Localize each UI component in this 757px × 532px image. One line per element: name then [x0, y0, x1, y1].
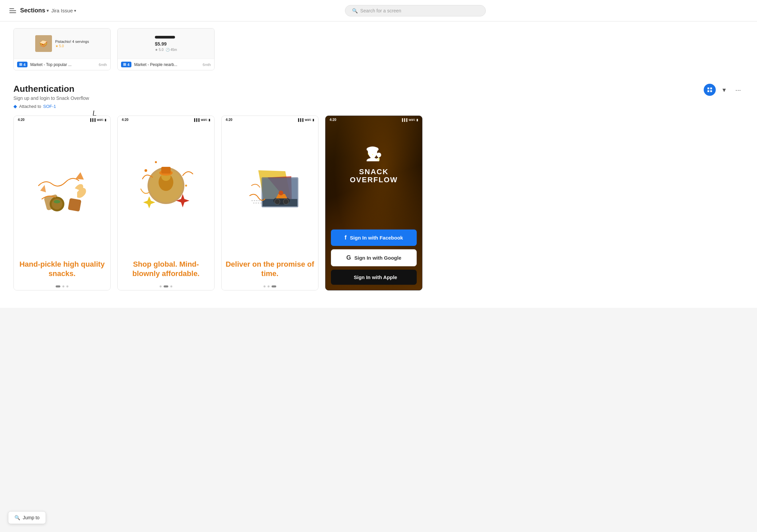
onboarding-screen-1[interactable]: 4:20 ▐▐▐ WiFi ▮	[13, 116, 111, 290]
sections-label: Sections	[20, 7, 45, 14]
time-2: 4:20	[122, 118, 128, 122]
onboarding-text-3: Deliver on the promise of time.	[222, 254, 318, 285]
jira-link[interactable]: SOF-1	[43, 104, 56, 109]
status-icons-1: ▐▐▐ WiFi ▮	[89, 118, 106, 122]
signin-apple-button[interactable]: Sign In with Apple	[331, 270, 417, 285]
signin-google-button[interactable]: G Sign In with Google	[331, 249, 417, 266]
svg-rect-6	[68, 198, 81, 212]
card-title-2: Market - People nearb...	[134, 62, 200, 67]
jira-label: Jira Issue	[51, 8, 73, 13]
illustration-2	[118, 124, 214, 254]
section-info: Authentication Sign up and login to Snac…	[13, 84, 89, 109]
status-icons-4: ▐▐▐ WiFi ▮	[401, 118, 418, 122]
svg-point-27	[275, 199, 280, 204]
dot-6	[170, 285, 172, 287]
svg-rect-1	[710, 87, 712, 89]
dot-3	[66, 285, 68, 287]
wifi-icon-4: WiFi	[409, 118, 415, 122]
card-date-1: 6mth	[99, 63, 107, 67]
search-icon: 🔍	[352, 8, 358, 13]
market-top-popular-card[interactable]: 🥪 Pistachio! 4 servings ★ 5.0 ⊞ 4 Market…	[13, 28, 111, 70]
svg-point-9	[54, 200, 60, 203]
market-people-nearby-card[interactable]: $5.99 ★ 5.0 🕐 45m ⊞ 4 Market - People ne…	[117, 28, 215, 70]
svg-point-18	[144, 169, 147, 172]
section-description: Sign up and login to Snack Overflow	[13, 95, 89, 101]
logo-area: 👨‍🍳 SNACKOVERFLOW	[326, 124, 422, 194]
svg-point-29	[279, 191, 283, 195]
signin-facebook-button[interactable]: f Sign In with Facebook	[331, 229, 417, 246]
sections-button[interactable]: Sections ▾	[20, 7, 49, 14]
layer-count: 4	[23, 63, 25, 67]
topbar: Sections ▾ Jira Issue ▾ 🔍 Search for a s…	[0, 0, 757, 21]
layer-icon: ⊞	[19, 62, 22, 67]
facebook-icon: f	[345, 234, 347, 241]
attached-badge: ◆ Attached to SOF-1	[13, 104, 89, 109]
chef-hat-icon: 👨‍🍳	[364, 144, 384, 164]
dot-5	[164, 285, 168, 287]
apple-label: Sign In with Apple	[354, 274, 397, 280]
more-options-button[interactable]: ···	[733, 85, 744, 95]
svg-rect-3	[710, 90, 712, 92]
view-toggle-button[interactable]	[704, 84, 716, 96]
jira-issue-button[interactable]: Jira Issue ▾	[51, 8, 76, 13]
svg-rect-2	[708, 90, 709, 92]
time-3: 4:20	[226, 118, 232, 122]
sort-dropdown-button[interactable]: ▾	[720, 84, 729, 95]
wifi-icon: WiFi	[97, 118, 103, 122]
price-line	[155, 36, 175, 39]
status-bar-3: 4:20 ▐▐▐ WiFi ▮	[222, 116, 318, 124]
battery-icon-3: ▮	[312, 118, 314, 122]
chevron-down-icon-2: ▾	[74, 8, 76, 13]
dot-1	[56, 285, 60, 287]
status-bar-4: 4:20 ▐▐▐ WiFi ▮	[326, 116, 422, 124]
food-info: Pistachio! 4 servings ★ 5.0	[55, 40, 89, 48]
svg-point-28	[283, 199, 289, 204]
facebook-label: Sign In with Facebook	[350, 235, 403, 241]
google-icon: G	[346, 254, 351, 261]
section-actions: ▾ ···	[704, 84, 744, 96]
top-cards-row: 🥪 Pistachio! 4 servings ★ 5.0 ⊞ 4 Market…	[13, 21, 744, 77]
topbar-center: 🔍 Search for a screen	[81, 5, 749, 16]
battery-icon-2: ▮	[209, 118, 210, 122]
search-placeholder: Search for a screen	[360, 8, 401, 13]
hamburger-icon[interactable]	[8, 7, 17, 14]
svg-point-20	[155, 161, 157, 163]
pagination-3	[222, 285, 318, 290]
search-bar[interactable]: 🔍 Search for a screen	[345, 5, 486, 16]
topbar-left: Sections ▾ Jira Issue ▾	[8, 7, 76, 14]
svg-marker-11	[40, 185, 46, 192]
battery-icon: ▮	[105, 118, 106, 122]
signal-icon-3: ▐▐▐	[297, 118, 303, 122]
onboarding-screen-3[interactable]: 4:20 ▐▐▐ WiFi ▮	[221, 116, 318, 290]
diamond-icon: ◆	[13, 104, 17, 109]
onboarding-text-1: Hand-pickle high quality snacks.	[14, 254, 110, 285]
brand-name: SNACKOVERFLOW	[350, 168, 398, 184]
time-1: 4:20	[18, 118, 24, 122]
card-footer-1: ⊞ 4 Market - Top popular ... 6mth	[14, 59, 110, 70]
wifi-icon-2: WiFi	[201, 118, 207, 122]
google-label: Sign In with Google	[354, 255, 401, 261]
screen-preview-2: 4:20 ▐▐▐ WiFi ▮	[118, 116, 214, 290]
onboarding-screen-2[interactable]: 4:20 ▐▐▐ WiFi ▮	[117, 116, 215, 290]
signin-screen[interactable]: 4:20 ▐▐▐ WiFi ▮ 👨‍🍳 SNACKOVERFLOW f Sign…	[325, 116, 422, 290]
food-thumbnail: 🥪	[35, 35, 52, 52]
signal-icon-4: ▐▐▐	[401, 118, 407, 122]
dot-7	[264, 285, 266, 287]
food-stars: ★ 5.0	[55, 44, 89, 48]
battery-icon-4: ▮	[416, 118, 418, 122]
snacks-illustration-2	[129, 152, 203, 226]
screens-grid: 4:20 ▐▐▐ WiFi ▮	[13, 112, 744, 294]
layer-badge-2: ⊞ 4	[121, 62, 131, 67]
card-title-1: Market - Top popular ...	[30, 62, 96, 67]
status-icons-2: ▐▐▐ WiFi ▮	[193, 118, 210, 122]
delivery-illustration	[233, 152, 307, 226]
card-preview-1: 🥪 Pistachio! 4 servings ★ 5.0	[14, 28, 110, 59]
status-bar-1: 4:20 ▐▐▐ WiFi ▮	[14, 116, 110, 124]
dark-preview: 4:20 ▐▐▐ WiFi ▮ 👨‍🍳 SNACKOVERFLOW f Sign…	[326, 116, 422, 290]
onboarding-text-2: Shop global. Mind-blownly affordable.	[118, 254, 214, 285]
screen-preview-3: 4:20 ▐▐▐ WiFi ▮	[222, 116, 318, 290]
illustration-3	[222, 124, 318, 254]
meta-stars: ★ 5.0	[155, 48, 164, 52]
status-icons-3: ▐▐▐ WiFi ▮	[297, 118, 314, 122]
layer-count-2: 4	[127, 63, 129, 67]
